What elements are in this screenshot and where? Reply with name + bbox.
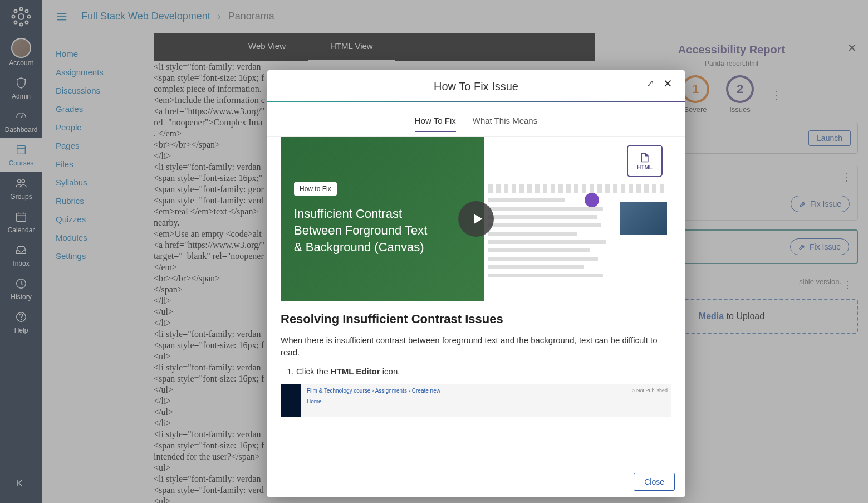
mini-right: ○ Not Published bbox=[615, 384, 671, 417]
close-icon[interactable]: ✕ bbox=[663, 77, 673, 90]
mini-body: Film & Technology course › Assignments ›… bbox=[301, 384, 615, 417]
video-title: Insufficient Contrast Between Forground … bbox=[294, 206, 470, 255]
video-right-panel: HTML bbox=[484, 137, 671, 301]
mini-nav bbox=[281, 384, 301, 417]
modal-footer: Close bbox=[267, 466, 685, 497]
video-badge: How to Fix bbox=[294, 182, 337, 196]
fake-toolbar bbox=[488, 184, 667, 193]
html-file-icon: HTML bbox=[627, 145, 663, 177]
fake-image bbox=[620, 202, 667, 235]
close-button[interactable]: Close bbox=[634, 473, 675, 491]
modal-paragraph: When there is insufficient contrast betw… bbox=[281, 334, 671, 359]
minimize-icon[interactable]: ⤢ bbox=[646, 78, 654, 89]
fake-text bbox=[488, 198, 616, 276]
tab-what-this-means[interactable]: What This Means bbox=[473, 116, 537, 132]
modal-body: How to Fix Insufficient Contrast Between… bbox=[267, 137, 685, 466]
screenshot-preview: Film & Technology course › Assignments ›… bbox=[281, 384, 671, 417]
steps-list: Click the HTML Editor icon. bbox=[281, 367, 671, 376]
tab-how-to-fix[interactable]: How To Fix bbox=[415, 116, 456, 132]
video-left-panel: How to Fix Insufficient Contrast Between… bbox=[281, 137, 484, 301]
how-to-fix-modal: How To Fix Issue ⤢ ✕ How To Fix What Thi… bbox=[267, 70, 685, 497]
modal-header: How To Fix Issue ⤢ ✕ bbox=[267, 70, 685, 101]
modal-tabs: How To Fix What This Means bbox=[267, 102, 685, 137]
modal-heading: Resolving Insufficient Contrast Issues bbox=[281, 312, 671, 326]
video-thumbnail[interactable]: How to Fix Insufficient Contrast Between… bbox=[281, 137, 671, 301]
step-1: Click the HTML Editor icon. bbox=[296, 367, 671, 376]
play-icon[interactable] bbox=[458, 201, 494, 237]
modal-title: How To Fix Issue bbox=[281, 80, 671, 93]
